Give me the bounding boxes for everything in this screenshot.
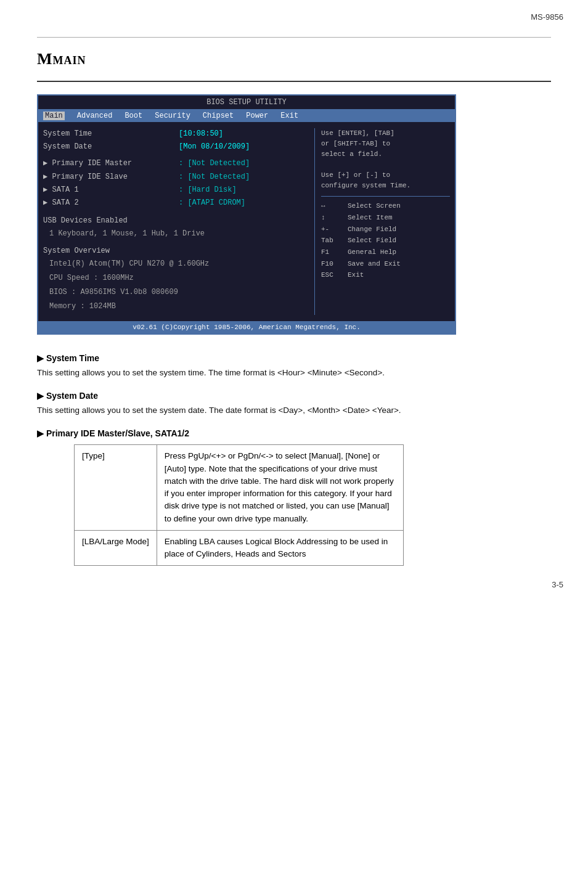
table-row-lba: [LBA/Large Mode] Enabling LBA causes Log… [75, 530, 404, 566]
section-primary-ide: Primary IDE Master/Slave, SATA1/2 [Type]… [37, 428, 551, 566]
usb-section: USB Devices Enabled 1 Keyboard, 1 Mouse,… [43, 215, 308, 240]
section-system-date-text: This setting allows you to set the syste… [37, 404, 551, 417]
bios-footer: v02.61 (C)Copyright 1985-2006, American … [38, 321, 455, 333]
section-system-time: System Time This setting allows you to s… [37, 353, 551, 380]
bios-left-panel: System Time [10:08:50] System Date [Mon … [43, 128, 308, 315]
menu-chipset[interactable]: Chipset [203, 112, 234, 120]
type-col2: Press PgUp/<+> or PgDn/<-> to select [Ma… [157, 445, 403, 531]
key-select-screen-label: Select Screen [348, 200, 401, 212]
bios-version: BIOS : A9856IMS V1.0b8 080609 [43, 287, 308, 298]
primary-ide-slave-row: ▶ Primary IDE Slave : [Not Detected] [43, 171, 308, 183]
bios-menu-bar[interactable]: Main Advanced Boot Security Chipset Powe… [38, 110, 455, 122]
bios-right-panel: Use [ENTER], [TAB] or [SHIFT-TAB] to sel… [314, 128, 450, 315]
type-col1: [Type] [75, 445, 157, 531]
usb-label: USB Devices Enabled [43, 215, 308, 227]
primary-ide-master-label: ▶ Primary IDE Master [43, 158, 179, 169]
primary-ide-master-value: : [Not Detected] [179, 158, 250, 169]
usb-desc: 1 Keyboard, 1 Mouse, 1 Hub, 1 Drive [43, 228, 308, 240]
bios-title-bar: BIOS SETUP UTILITY [38, 96, 455, 110]
lba-col1: [LBA/Large Mode] [75, 530, 157, 566]
bios-help-text: Use [ENTER], [TAB] or [SHIFT-TAB] to sel… [321, 128, 450, 191]
system-date-label: System Date [43, 141, 179, 153]
key-arrows-horiz: ↔ [321, 200, 343, 212]
key-f1: F1 [321, 247, 343, 258]
section-system-time-text: This setting allows you to set the syste… [37, 367, 551, 380]
key-exit-label: Exit [348, 269, 364, 281]
menu-advanced[interactable]: Advanced [77, 112, 113, 120]
key-arrows-vert: ↕ [321, 212, 343, 224]
bios-setup-box: BIOS SETUP UTILITY Main Advanced Boot Se… [37, 94, 456, 335]
key-tab: Tab [321, 235, 343, 247]
system-date-value: [Mon 08/10/2009] [179, 141, 250, 153]
key-plus-minus: +- [321, 224, 343, 235]
key-exit: ESC Exit [321, 269, 450, 281]
primary-ide-table: [Type] Press PgUp/<+> or PgDn/<-> to sel… [74, 444, 404, 566]
key-save-exit-label: Save and Exit [348, 258, 401, 270]
page-heading: MMain [37, 50, 551, 68]
sata1-value: : [Hard Disk] [179, 184, 237, 196]
model-number: MS-9856 [531, 12, 563, 22]
key-general-help-label: General Help [348, 247, 396, 258]
key-change-field: +- Change Field [321, 224, 450, 235]
key-esc: ESC [321, 269, 343, 281]
key-select-screen: ↔ Select Screen [321, 200, 450, 212]
key-change-field-label: Change Field [348, 224, 396, 235]
table-row-type: [Type] Press PgUp/<+> or PgDn/<-> to sel… [75, 445, 404, 531]
primary-ide-slave-value: : [Not Detected] [179, 171, 250, 183]
devices-section: ▶ Primary IDE Master : [Not Detected] ▶ … [43, 158, 308, 209]
overview-section: System Overview Intel(R) Atom(TM) CPU N2… [43, 245, 308, 313]
key-general-help: F1 General Help [321, 247, 450, 258]
section-primary-ide-heading: Primary IDE Master/Slave, SATA1/2 [37, 428, 551, 438]
memory-line: Memory : 1024MB [43, 301, 308, 312]
cpu-speed: CPU Speed : 1600MHz [43, 272, 308, 284]
section-system-date-heading: System Date [37, 391, 551, 401]
sata1-label: ▶ SATA 1 [43, 184, 179, 196]
heading-prefix: M [37, 50, 53, 68]
key-select-item: ↕ Select Item [321, 212, 450, 224]
key-save-exit: F10 Save and Exit [321, 258, 450, 270]
menu-main[interactable]: Main [43, 112, 65, 120]
sata1-row: ▶ SATA 1 : [Hard Disk] [43, 184, 308, 196]
sata2-value: : [ATAPI CDROM] [179, 197, 245, 209]
system-date-row: System Date [Mon 08/10/2009] [43, 141, 308, 153]
menu-boot[interactable]: Boot [125, 112, 142, 120]
overview-label: System Overview [43, 245, 308, 257]
heading-rest: Main [53, 50, 86, 68]
system-time-label: System Time [43, 128, 179, 140]
section-system-time-heading: System Time [37, 353, 551, 363]
key-f10: F10 [321, 258, 343, 270]
system-time-value: [10:08:50] [179, 128, 223, 140]
top-rule [37, 37, 551, 38]
section-system-date: System Date This setting allows you to s… [37, 391, 551, 417]
key-select-item-label: Select Item [348, 212, 393, 224]
key-select-field: Tab Select Field [321, 235, 450, 247]
sata2-row: ▶ SATA 2 : [ATAPI CDROM] [43, 197, 308, 209]
system-time-row: System Time [10:08:50] [43, 128, 308, 140]
menu-security[interactable]: Security [155, 112, 190, 120]
bios-content: System Time [10:08:50] System Date [Mon … [38, 122, 455, 321]
lba-col2: Enabling LBA causes Logical Block Addres… [157, 530, 403, 566]
page-container: MS-9856 MMain BIOS SETUP UTILITY Main Ad… [0, 0, 588, 602]
heading-rule [37, 81, 551, 82]
primary-ide-slave-label: ▶ Primary IDE Slave [43, 171, 179, 183]
key-select-field-label: Select Field [348, 235, 396, 247]
menu-exit[interactable]: Exit [280, 112, 298, 120]
menu-power[interactable]: Power [246, 112, 268, 120]
bios-title: BIOS SETUP UTILITY [206, 98, 287, 107]
bios-right-separator [321, 196, 450, 197]
bios-copyright: v02.61 (C)Copyright 1985-2006, American … [133, 324, 361, 331]
cpu-line: Intel(R) Atom(TM) CPU N270 @ 1.60GHz [43, 258, 308, 270]
sata2-label: ▶ SATA 2 [43, 197, 179, 209]
page-number: 3-5 [552, 580, 563, 589]
primary-ide-master-row: ▶ Primary IDE Master : [Not Detected] [43, 158, 308, 169]
